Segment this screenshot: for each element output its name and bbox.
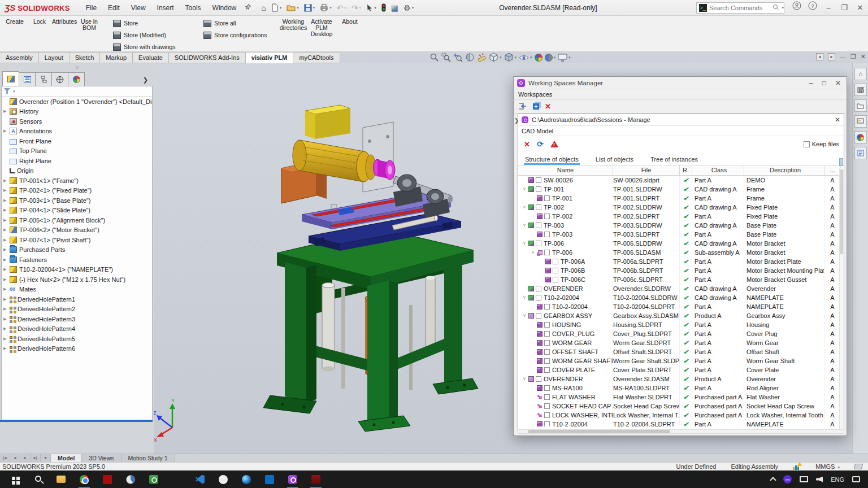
tree-item[interactable]: ▶ TP-006<2> ("Motor Bracket") — [2, 225, 152, 236]
dialog-close-icon[interactable]: ✕ — [835, 79, 841, 87]
expand-arrow-icon[interactable]: ▶ — [3, 277, 10, 282]
command-tab[interactable]: Markup — [100, 52, 133, 63]
expand-arrow-icon[interactable]: ▶ — [3, 326, 10, 331]
taskbar-app-icon[interactable] — [54, 473, 68, 486]
doc-close-icon[interactable]: ✕ — [861, 53, 866, 60]
col-more[interactable]: ... — [824, 165, 841, 175]
table-row[interactable]: WORM GEAR SHAFT Worm Gear Shaft.SLDP... … — [518, 356, 844, 365]
appearances-icon[interactable] — [854, 131, 867, 143]
command-tab[interactable]: Layout — [39, 52, 70, 63]
table-horizontal-scrollbar[interactable] — [518, 429, 844, 434]
taskbar-app-icon[interactable] — [286, 473, 300, 486]
duplicate-icon[interactable] — [533, 103, 539, 110]
refresh-icon[interactable]: ⟳ — [537, 140, 544, 148]
row-checkbox[interactable] — [544, 349, 550, 355]
row-checkbox[interactable] — [536, 223, 541, 228]
save-icon[interactable]: ▾ — [302, 4, 317, 12]
command-tab[interactable]: SOLIDWORKS Add-Ins — [169, 52, 246, 63]
row-checkbox[interactable] — [536, 186, 541, 192]
tree-item[interactable]: ▶ Mates — [2, 285, 152, 295]
table-row[interactable]: OFFSET SHAFT Offset Shaft.SLDPRT ✔ Part … — [518, 347, 844, 356]
expand-arrow-icon[interactable]: ▶ — [3, 258, 10, 262]
tree-item[interactable]: ▶ TP-007<1> ("Pivot Shaft") — [2, 235, 152, 245]
panel-splitter-handle[interactable] — [0, 63, 154, 71]
search-caret-icon[interactable]: ▾ — [782, 6, 784, 10]
table-row[interactable]: TP-002 TP-002.SLDPRT ✔ Part A Fixed Plat… — [518, 212, 844, 221]
row-checkbox[interactable] — [544, 322, 550, 328]
view-orientation-icon[interactable]: ▾ — [489, 53, 502, 62]
menu-item[interactable]: Edit — [102, 0, 125, 16]
table-row[interactable]: T10-2-02004 T10-2-02004.SLDPRT ✔ Part A … — [518, 302, 844, 311]
sheet-tab[interactable]: 3D Views — [82, 454, 121, 462]
delete-icon[interactable]: ✕ — [524, 141, 530, 148]
file-explorer-icon[interactable] — [854, 99, 867, 112]
taskbar-app-icon[interactable] — [263, 473, 276, 486]
tree-item[interactable]: ▶ Fasteners — [2, 255, 152, 265]
delete-icon[interactable]: ✕ — [545, 103, 551, 110]
expand-arrow-icon[interactable]: ▶ — [3, 337, 10, 341]
tree-item[interactable]: ▶ Sensors — [2, 116, 152, 127]
col-r[interactable]: R. — [680, 165, 692, 175]
row-checkbox[interactable] — [536, 313, 541, 319]
taskbar-app-icon[interactable] — [170, 473, 184, 486]
expand-arrow-icon[interactable]: ▶ — [3, 267, 10, 272]
expand-chevron-icon[interactable] — [523, 185, 528, 194]
view-palette-icon[interactable] — [854, 115, 867, 128]
language-badge[interactable]: ENG — [831, 476, 844, 483]
table-row[interactable]: TP-006C TP-006c.SLDPRT ✔ Part A Motor Br… — [518, 275, 844, 284]
row-checkbox[interactable] — [544, 331, 550, 337]
row-checkbox[interactable] — [544, 304, 550, 310]
doc-prev-icon[interactable]: ◂ — [816, 53, 823, 60]
tree-item[interactable]: ▶ DerivedHolePattern4 — [2, 324, 152, 334]
expand-chevron-icon[interactable] — [523, 293, 528, 302]
first-sheet-icon[interactable]: |◂ — [0, 454, 10, 462]
table-row[interactable]: TP-006B TP-006b.SLDPRT ✔ Part A Motor Br… — [518, 266, 844, 275]
row-checkbox[interactable] — [553, 259, 558, 264]
tree-item[interactable]: ▶ TP-002<1> ("Fixed Plate") — [2, 186, 152, 196]
property-manager-tab-icon[interactable] — [19, 72, 36, 86]
expand-chevron-icon[interactable] — [523, 374, 528, 384]
tree-item[interactable]: ▶ DerivedHolePattern6 — [2, 344, 152, 354]
search-icon[interactable] — [772, 4, 779, 12]
bom-table-icon[interactable]: ▦ — [389, 4, 400, 12]
table-row[interactable]: FLAT WASHER Flat Washer.SLDPRT ✔ Purchas… — [518, 393, 844, 402]
doc-next-icon[interactable]: ▸ — [828, 53, 835, 60]
row-checkbox[interactable] — [544, 394, 550, 400]
table-row[interactable]: MS-RA100 MS-RA100.SLDPRT ✔ Part A Rod Al… — [518, 384, 844, 393]
hide-show-icon[interactable]: ▾ — [519, 54, 532, 62]
store-button[interactable]: Store (Modified) — [111, 30, 178, 40]
row-checkbox[interactable] — [544, 232, 550, 237]
menu-item[interactable]: Tools — [180, 0, 207, 16]
table-row[interactable]: TP-006 TP-006.SLDASM ✔ Sub-assembly A Mo… — [518, 248, 844, 257]
table-row[interactable]: LOCK WASHER, INTERI Lock Washer, Interna… — [518, 411, 844, 420]
row-checkbox[interactable] — [536, 177, 541, 183]
configuration-manager-tab-icon[interactable] — [35, 72, 52, 86]
collaboration-icon[interactable] — [380, 3, 388, 12]
expand-arrow-icon[interactable]: ▶ — [3, 228, 10, 232]
expand-arrow-icon[interactable]: ▶ — [3, 346, 10, 351]
edit-appearance-icon[interactable] — [535, 54, 542, 62]
tree-root-item[interactable]: ▶ Overender (Position 1 "Overender") <De… — [2, 97, 152, 107]
col-description[interactable]: Description — [744, 165, 824, 175]
ribbon-button[interactable]: Lock — [27, 17, 52, 25]
notification-icon[interactable] — [852, 476, 860, 482]
expand-arrow-icon[interactable]: ▶ — [3, 188, 10, 193]
expand-arrow-icon[interactable]: ▶ — [3, 247, 10, 252]
taskbar-app-icon[interactable] — [101, 473, 114, 486]
command-tab[interactable]: myCADtools — [293, 52, 340, 63]
row-checkbox[interactable] — [544, 250, 550, 255]
dialog-maximize-icon[interactable]: □ — [822, 79, 826, 87]
expand-chevron-icon[interactable] — [523, 221, 528, 230]
menu-item[interactable]: Insert — [151, 0, 180, 16]
apply-scene-icon[interactable]: ▾ — [545, 54, 556, 62]
table-row[interactable]: GEARBOX ASSY Gearbox Assy.SLDASM ✔ Produ… — [518, 311, 844, 320]
display-manager-tab-icon[interactable] — [68, 72, 85, 86]
command-tab[interactable]: Assembly — [0, 52, 39, 63]
table-row[interactable]: TP-003 TP-003.SLDDRW ✔ CAD drawing A Bas… — [518, 221, 844, 230]
table-row[interactable]: SOCKET HEAD CAP SCI Socket Head Cap Scre… — [518, 402, 844, 411]
zoom-fit-icon[interactable] — [429, 53, 439, 62]
ribbon-button[interactable]: Create — [2, 17, 27, 25]
prev-sheet-icon[interactable]: ◂ — [10, 454, 20, 462]
taskbar-app-icon[interactable] — [31, 473, 45, 486]
taskbar-app-icon[interactable] — [193, 473, 207, 486]
